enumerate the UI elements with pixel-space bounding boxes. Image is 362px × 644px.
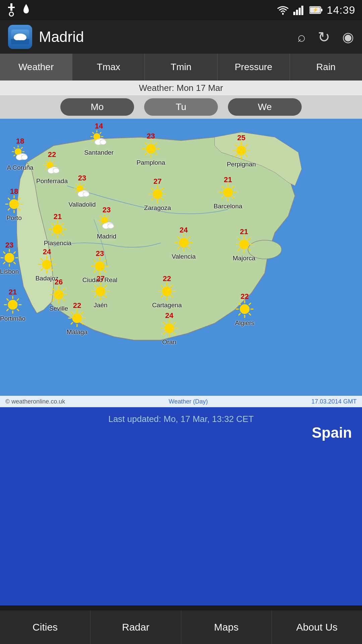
city-label: 21 Majorca (233, 228, 255, 261)
city-label: 27 Zaragoza (144, 178, 171, 211)
svg-line-51 (53, 161, 54, 162)
svg-line-164 (41, 269, 42, 270)
svg-rect-7 (301, 6, 303, 15)
svg-line-100 (152, 188, 153, 190)
nav-about-us[interactable]: About Us (272, 610, 362, 644)
city-label: 24 Badajoz (36, 248, 59, 281)
svg-line-186 (17, 299, 18, 300)
city-label: 21 Portimão (0, 288, 25, 322)
svg-point-93 (83, 192, 89, 197)
svg-line-88 (76, 184, 77, 185)
svg-line-135 (188, 247, 189, 249)
svg-line-168 (51, 259, 53, 260)
svg-line-240 (174, 322, 175, 324)
city-label: 21 Barcelona (214, 176, 242, 209)
tab-weather[interactable]: Weather (0, 54, 72, 80)
svg-line-171 (104, 271, 106, 272)
svg-line-79 (8, 198, 9, 200)
svg-line-141 (188, 237, 189, 238)
svg-line-137 (178, 247, 179, 249)
svg-line-234 (174, 333, 175, 334)
day-selector: Mo Tu We (0, 95, 362, 119)
usb-icon (7, 3, 16, 17)
svg-line-218 (239, 314, 240, 315)
nav-maps[interactable]: Maps (181, 610, 272, 644)
svg-line-25 (14, 148, 15, 149)
nav-cities[interactable]: Cities (0, 610, 90, 644)
svg-point-232 (164, 323, 174, 333)
svg-line-98 (152, 199, 153, 200)
svg-line-209 (161, 296, 162, 297)
svg-point-142 (239, 239, 249, 249)
signal-icon (293, 5, 305, 15)
app-icon (8, 25, 32, 49)
nav-radar[interactable]: Radar (90, 610, 181, 644)
svg-line-125 (100, 224, 101, 225)
svg-rect-4 (293, 12, 295, 15)
app-title: Madrid (39, 29, 291, 45)
day-we-button[interactable]: We (228, 98, 302, 116)
svg-point-196 (96, 286, 105, 296)
refresh-button[interactable]: ↻ (318, 29, 330, 46)
svg-point-73 (9, 199, 19, 209)
city-label: 24 Oran (160, 312, 178, 345)
city-label: 18 Porto (5, 188, 23, 221)
svg-point-151 (4, 253, 14, 263)
svg-line-229 (71, 312, 72, 314)
city-label: 23 Madrid (97, 206, 116, 239)
status-right-icons: ⚡ 14:39 (277, 4, 355, 16)
svg-line-182 (7, 309, 8, 311)
svg-line-37 (93, 132, 94, 133)
svg-point-187 (54, 290, 63, 300)
svg-line-189 (63, 299, 64, 301)
svg-rect-1 (8, 7, 15, 8)
city-label: 14 Santander (84, 122, 114, 156)
svg-point-30 (21, 155, 27, 160)
svg-point-16 (20, 35, 26, 40)
svg-line-220 (239, 303, 240, 305)
day-tu-button[interactable]: Tu (144, 98, 218, 116)
tab-rain[interactable]: Rain (290, 54, 362, 80)
svg-line-35 (93, 140, 94, 141)
svg-line-114 (62, 234, 63, 235)
svg-line-77 (8, 209, 9, 210)
svg-line-61 (145, 143, 146, 144)
svg-line-204 (105, 285, 106, 287)
svg-line-102 (162, 188, 163, 190)
svg-line-213 (171, 285, 173, 287)
battery-icon: ⚡ (309, 5, 323, 15)
day-mo-button[interactable]: Mo (60, 98, 134, 116)
svg-line-148 (238, 238, 239, 240)
city-label: 22 Málaga (67, 302, 87, 335)
search-button[interactable]: ⌕ (297, 29, 306, 45)
tab-pressure[interactable]: Pressure (218, 54, 290, 80)
svg-point-205 (162, 286, 172, 296)
svg-line-225 (81, 323, 83, 324)
svg-line-211 (161, 285, 162, 287)
bottom-nav: Cities Radar Maps About Us (0, 610, 362, 644)
svg-line-127 (100, 216, 101, 217)
tab-tmax[interactable]: Tmax (72, 54, 145, 80)
tab-tmin[interactable]: Tmin (145, 54, 217, 80)
svg-line-27 (21, 148, 22, 149)
svg-point-3 (282, 13, 284, 15)
city-label: 27 Jaén (92, 275, 110, 308)
svg-point-55 (146, 144, 156, 154)
svg-line-198 (105, 296, 106, 297)
wifi-icon (277, 5, 289, 15)
svg-line-180 (17, 309, 18, 311)
location-button[interactable]: ◉ (342, 29, 354, 45)
svg-line-184 (7, 299, 8, 300)
svg-line-111 (232, 186, 234, 188)
svg-line-162 (51, 269, 53, 270)
city-label: 24 Valencia (172, 226, 195, 260)
map-date: 17.03.2014 GMT (311, 398, 357, 405)
svg-point-169 (95, 261, 105, 271)
svg-point-160 (42, 260, 52, 269)
svg-line-207 (171, 296, 173, 297)
svg-point-132 (108, 224, 114, 229)
svg-point-64 (236, 146, 246, 155)
svg-line-90 (83, 184, 84, 185)
svg-line-47 (46, 168, 47, 169)
svg-line-150 (248, 238, 250, 240)
